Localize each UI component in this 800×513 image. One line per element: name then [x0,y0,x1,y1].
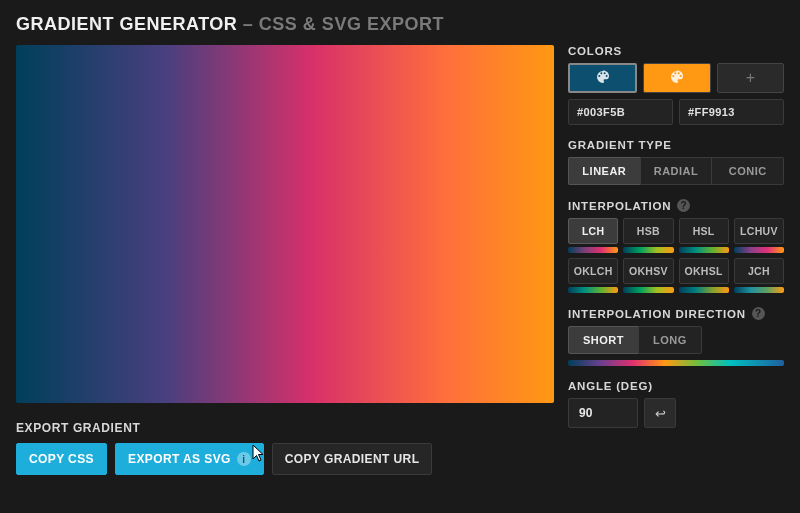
interpolation-okhsl[interactable]: OKHSL [679,258,729,284]
interpolation-preview-hsl [679,247,729,253]
interpolation-panel: INTERPOLATION ? LCHHSBHSLLCHUVOKLCHOKHSV… [568,199,784,293]
interpolation-okhsv[interactable]: OKHSV [623,258,673,284]
reverse-icon: ↩ [655,406,666,421]
export-label: EXPORT GRADIENT [16,421,554,435]
direction-preview-bar [568,360,784,366]
export-svg-label: EXPORT AS SVG [128,452,231,466]
info-icon: i [237,452,251,466]
angle-panel: ANGLE (DEG) ↩ [568,380,784,428]
interpolation-preview-lchuv [734,247,784,253]
angle-input[interactable] [568,398,638,428]
gradient-type-label: GRADIENT TYPE [568,139,784,151]
copy-css-label: COPY CSS [29,452,94,466]
help-icon[interactable]: ? [677,199,690,212]
color-stop-0[interactable] [568,63,637,93]
copy-css-button[interactable]: COPY CSS [16,443,107,475]
page-title: GRADIENT GENERATOR [16,14,237,34]
page-subtitle: CSS & SVG EXPORT [259,14,444,34]
gradient-type-conic[interactable]: CONIC [711,157,784,185]
interpolation-jch[interactable]: JCH [734,258,784,284]
interpolation-preview-oklch [568,287,618,293]
palette-icon [669,69,685,88]
color-hex-1[interactable]: #FF9913 [679,99,784,125]
gradient-type-panel: GRADIENT TYPE LINEAR RADIAL CONIC [568,139,784,185]
interpolation-preview-lch [568,247,618,253]
direction-long[interactable]: LONG [638,326,702,354]
direction-short[interactable]: SHORT [568,326,639,354]
interpolation-preview-jch [734,287,784,293]
colors-label: COLORS [568,45,784,57]
page-header: GRADIENT GENERATOR – CSS & SVG EXPORT [0,0,800,45]
interpolation-preview-hsb [623,247,673,253]
palette-icon [595,69,611,88]
color-hex-0[interactable]: #003F5B [568,99,673,125]
interpolation-preview-okhsl [679,287,729,293]
colors-panel: COLORS + [568,45,784,125]
add-color-button[interactable]: + [717,63,784,93]
interpolation-lch[interactable]: LCH [568,218,618,244]
page-subtitle-sep: – [237,14,259,34]
gradient-preview [16,45,554,403]
copy-url-button[interactable]: COPY GRADIENT URL [272,443,433,475]
copy-url-label: COPY GRADIENT URL [285,452,420,466]
interpolation-hsb[interactable]: HSB [623,218,673,244]
gradient-type-radial[interactable]: RADIAL [640,157,713,185]
interpolation-lchuv[interactable]: LCHUV [734,218,784,244]
color-stop-1[interactable] [643,63,710,93]
interpolation-hsl[interactable]: HSL [679,218,729,244]
interpolation-direction-panel: INTERPOLATION DIRECTION ? SHORT LONG [568,307,784,366]
plus-icon: + [746,69,755,87]
interpolation-preview-okhsv [623,287,673,293]
interpolation-oklch[interactable]: OKLCH [568,258,618,284]
help-icon[interactable]: ? [752,307,765,320]
angle-reverse-button[interactable]: ↩ [644,398,676,428]
interpolation-label: INTERPOLATION [568,200,671,212]
angle-label: ANGLE (DEG) [568,380,784,392]
export-svg-button[interactable]: EXPORT AS SVG i [115,443,264,475]
interpolation-direction-label: INTERPOLATION DIRECTION [568,308,746,320]
gradient-type-linear[interactable]: LINEAR [568,157,641,185]
